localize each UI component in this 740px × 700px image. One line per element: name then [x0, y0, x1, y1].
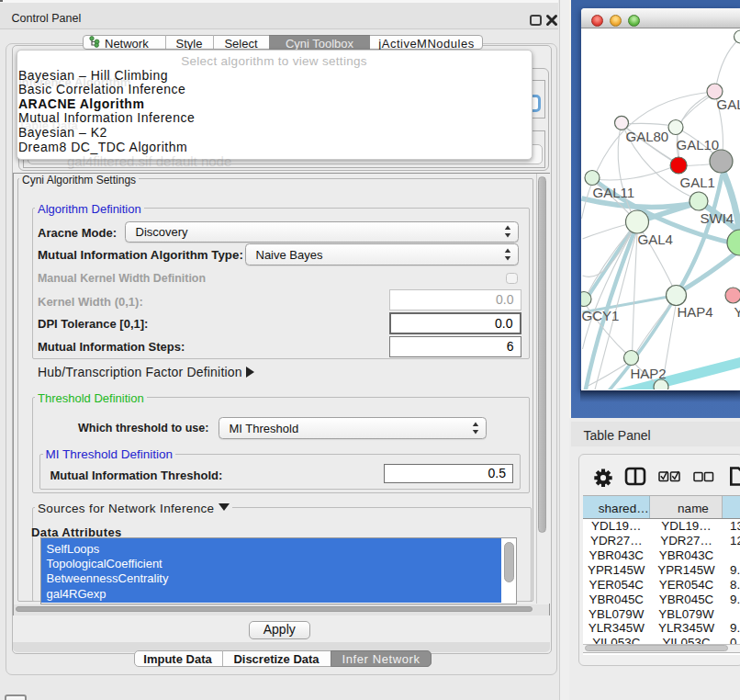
svg-text:GAL1: GAL1 — [679, 175, 714, 190]
svg-text:GAL10: GAL10 — [676, 137, 719, 152]
svg-text:GAL11: GAL11 — [592, 185, 634, 200]
svg-text:GAL4: GAL4 — [637, 231, 672, 247]
svg-text:HAP4: HAP4 — [677, 304, 712, 320]
svg-text:GAL7: GAL7 — [716, 96, 740, 112]
svg-text:GCY1: GCY1 — [581, 308, 619, 323]
svg-text:SWI4: SWI4 — [700, 210, 734, 226]
svg-text:HAP2: HAP2 — [630, 366, 666, 381]
svg-text:GAL80: GAL80 — [625, 129, 668, 144]
svg-text:Y: Y — [734, 304, 740, 320]
